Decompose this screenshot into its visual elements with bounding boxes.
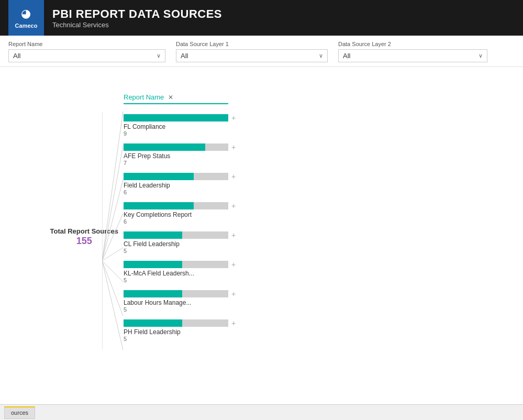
expand-icon[interactable]: + <box>231 114 236 122</box>
column-header-text: Report Name <box>124 93 164 101</box>
expand-icon[interactable]: + <box>231 319 236 327</box>
filter-layer1: Data Source Layer 1 All ∨ <box>176 41 328 62</box>
total-sources-label: Total Report Sources <box>50 227 118 236</box>
item-value: 5 <box>124 306 515 313</box>
filter-layer1-select[interactable]: All ∨ <box>176 49 328 62</box>
bar-container <box>124 261 228 268</box>
bar-fill <box>124 173 194 180</box>
right-panel: Report Name ✕ + FL Compliance 9 + <box>124 78 515 396</box>
item-label: Key Completions Report <box>124 211 515 218</box>
item-value: 9 <box>124 130 515 137</box>
bar-row: + <box>124 260 515 269</box>
bar-fill <box>124 261 182 268</box>
cameco-icon: ◕ <box>15 7 38 20</box>
bar-container <box>124 202 228 209</box>
filter-layer1-value: All <box>181 52 188 60</box>
total-sources-number: 155 <box>50 236 118 247</box>
filter-report-name-label: Report Name <box>8 41 165 47</box>
bar-fill <box>124 290 182 297</box>
bottom-tab-label: ources <box>11 410 28 416</box>
bar-row: + <box>124 202 515 210</box>
bar-row: + <box>124 172 515 181</box>
left-panel: Total Report Sources 155 <box>8 78 124 396</box>
filter-report-name-select[interactable]: All ∨ <box>8 49 165 62</box>
filter-layer2: Data Source Layer 2 All ∨ <box>338 41 487 62</box>
header-titles: PBI REPORT DATA SOURCES Technical Servic… <box>52 7 222 29</box>
app-subtitle: Technical Services <box>52 21 222 29</box>
filter-report-name: Report Name All ∨ <box>8 41 165 62</box>
chart-item: + CL Field Leadership 5 <box>124 231 515 254</box>
chevron-down-icon-3: ∨ <box>479 52 483 59</box>
bar-row: + <box>124 143 515 151</box>
item-value: 5 <box>124 277 515 283</box>
filter-report-name-value: All <box>13 52 20 60</box>
filter-layer2-value: All <box>343 52 350 60</box>
item-value: 5 <box>124 336 515 342</box>
item-label: FL Compliance <box>124 123 515 130</box>
expand-icon[interactable]: + <box>231 290 236 298</box>
item-value: 7 <box>124 160 515 166</box>
bar-row: + <box>124 319 515 327</box>
chevron-down-icon-2: ∨ <box>319 52 323 59</box>
item-label: Labour Hours Manage... <box>124 299 515 306</box>
chart-item: + Field Leadership 6 <box>124 172 515 195</box>
app-header: ◕ Cameco PBI REPORT DATA SOURCES Technic… <box>0 0 523 36</box>
close-icon[interactable]: ✕ <box>168 94 173 101</box>
expand-icon[interactable]: + <box>231 172 236 181</box>
bar-fill <box>124 231 182 239</box>
chart-item: + AFE Prep Status 7 <box>124 143 515 166</box>
bar-row: + <box>124 114 515 122</box>
chart-item: + KL-McA Field Leadersh... 5 <box>124 260 515 283</box>
expand-icon[interactable]: + <box>231 231 236 239</box>
bar-container <box>124 231 228 239</box>
chart-item: + FL Compliance 9 <box>124 114 515 137</box>
item-label: CL Field Leadership <box>124 240 515 248</box>
bottom-tab-sources[interactable]: ources <box>4 406 35 419</box>
item-value: 6 <box>124 218 515 225</box>
bar-container <box>124 114 228 121</box>
item-label: AFE Prep Status <box>124 152 515 160</box>
filter-layer2-label: Data Source Layer 2 <box>338 41 487 47</box>
bar-row: + <box>124 231 515 239</box>
expand-icon[interactable]: + <box>231 260 236 269</box>
total-sources-box: Total Report Sources 155 <box>50 227 118 247</box>
bar-fill <box>124 143 205 151</box>
bottom-bar: ources <box>0 404 523 420</box>
report-name-column-header: Report Name ✕ <box>124 93 228 104</box>
chart-item: + Key Completions Report 6 <box>124 202 515 225</box>
item-value: 6 <box>124 189 515 195</box>
item-label: PH Field Leadership <box>124 328 515 336</box>
item-value: 5 <box>124 248 515 254</box>
bar-container <box>124 173 228 180</box>
item-label: Field Leadership <box>124 182 515 189</box>
chevron-down-icon: ∨ <box>157 52 161 59</box>
bar-fill <box>124 202 194 209</box>
filter-layer2-select[interactable]: All ∨ <box>338 49 487 62</box>
bar-container <box>124 290 228 297</box>
logo-label: Cameco <box>15 23 38 29</box>
filters-row: Report Name All ∨ Data Source Layer 1 Al… <box>0 36 523 67</box>
bar-container <box>124 143 228 151</box>
bar-row: + <box>124 290 515 298</box>
bar-container <box>124 319 228 327</box>
bar-fill <box>124 114 228 121</box>
filter-layer1-label: Data Source Layer 1 <box>176 41 328 47</box>
bar-fill <box>124 319 182 327</box>
chart-item: + PH Field Leadership 5 <box>124 319 515 342</box>
logo-box: ◕ Cameco <box>8 0 44 36</box>
app-title: PBI REPORT DATA SOURCES <box>52 7 222 21</box>
chart-item: + Labour Hours Manage... 5 <box>124 290 515 313</box>
chart-items-container: + FL Compliance 9 + AFE Prep Status 7 + <box>124 114 515 342</box>
main-content: Total Report Sources 155 Report Name ✕ +… <box>0 67 523 407</box>
item-label: KL-McA Field Leadersh... <box>124 270 515 277</box>
expand-icon[interactable]: + <box>231 202 236 210</box>
expand-icon[interactable]: + <box>231 143 236 151</box>
